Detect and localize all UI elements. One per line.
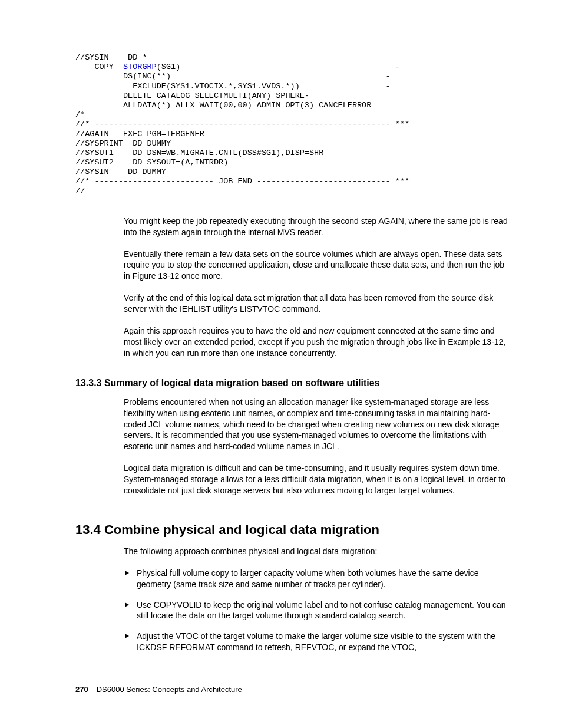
footer-title: DS6000 Series: Concepts and Architecture — [97, 685, 242, 694]
section-heading: 13.4 Combine physical and logical data m… — [75, 522, 508, 538]
paragraph: Logical data migration is difficult and … — [124, 463, 508, 496]
paragraph: Problems encountered when not using an a… — [124, 397, 508, 452]
subsection-heading: 13.3.3 Summary of logical data migration… — [75, 378, 508, 388]
body-text-block: The following approach combines physical… — [124, 546, 508, 653]
paragraph: Again this approach requires you to have… — [124, 325, 508, 359]
body-text-block: You might keep the job repeatedly execut… — [124, 216, 508, 359]
page-footer: 270DS6000 Series: Concepts and Architect… — [75, 685, 508, 694]
page-number: 270 — [75, 685, 88, 694]
paragraph: Eventually there remain a few data sets … — [124, 249, 508, 282]
code-example: //SYSIN DD * COPY STORGRP(SG1) - DS(INC(… — [75, 53, 508, 205]
bullet-list: Physical full volume copy to larger capa… — [124, 568, 508, 653]
paragraph: You might keep the job repeatedly execut… — [124, 216, 508, 238]
list-item: Adjust the VTOC of the target volume to … — [124, 631, 508, 653]
body-text-block: Problems encountered when not using an a… — [124, 397, 508, 496]
paragraph: The following approach combines physical… — [124, 546, 508, 557]
list-item: Use COPYVOLID to keep the original volum… — [124, 599, 508, 622]
list-item: Physical full volume copy to larger capa… — [124, 568, 508, 590]
paragraph: Verify at the end of this logical data s… — [124, 292, 508, 315]
